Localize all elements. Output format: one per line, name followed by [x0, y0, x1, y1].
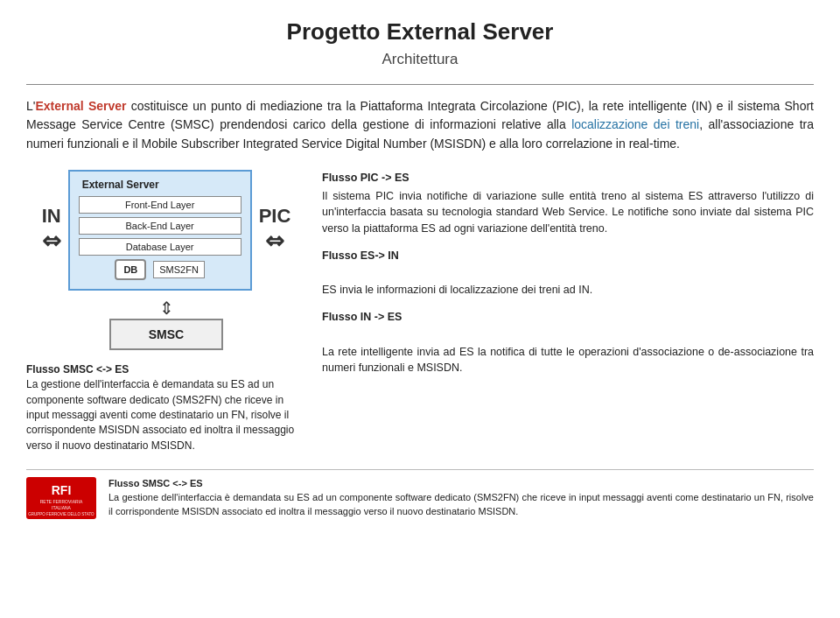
backend-layer: Back-End Layer	[79, 217, 242, 235]
svg-text:ITALIANA: ITALIANA	[52, 505, 72, 510]
content-area: IN ⇔ External Server Front-End Layer Bac…	[26, 170, 814, 453]
flusso-es-in-body: ES invia le informazioni di localizzazio…	[322, 284, 592, 296]
page-subtitle: Architettura	[26, 51, 814, 68]
svg-text:RFI: RFI	[52, 483, 72, 497]
in-arrow: ⇔	[38, 228, 65, 255]
footer-smsc-body: La gestione dell'interfaccia è demandata…	[108, 492, 814, 516]
footer-smsc-title: Flusso SMSC <-> ES	[108, 478, 203, 488]
sms2fn-box: SMS2FN	[153, 261, 205, 278]
flusso-smsc-body: La gestione dell'interfaccia è demandata…	[26, 378, 294, 452]
flusso-pic-es-body: Il sistema PIC invia notifiche di variaz…	[322, 190, 814, 235]
flusso-in-es-title: Flusso IN -> ES	[322, 309, 814, 326]
page-title: Progetto External Server	[26, 18, 814, 47]
svg-text:RETE FERROVIARIA: RETE FERROVIARIA	[40, 499, 83, 504]
smsc-box: SMSC	[109, 319, 223, 350]
rfi-logo: RFI RETE FERROVIARIA ITALIANA GRUPPO FER…	[26, 477, 96, 519]
title-divider	[26, 84, 814, 85]
in-label: IN	[38, 205, 65, 228]
es-box-title: External Server	[79, 177, 242, 193]
flusso-es-in-block: Flusso ES-> IN ES invia le informazioni …	[322, 248, 814, 298]
flusso-pic-es-title: Flusso PIC -> ES	[322, 170, 814, 186]
right-text-column: Flusso PIC -> ES Il sistema PIC invia no…	[322, 170, 814, 387]
flusso-smsc-title: Flusso SMSC <-> ES	[26, 363, 129, 376]
flusso-pic-es-block: Flusso PIC -> ES Il sistema PIC invia no…	[322, 170, 814, 237]
external-server-box: External Server Front-End Layer Back-End…	[68, 170, 252, 291]
footer-text: Flusso SMSC <-> ES La gestione dell'inte…	[108, 477, 814, 519]
svg-text:GRUPPO FERROVIE DELLO STATO: GRUPPO FERROVIE DELLO STATO	[28, 512, 94, 516]
flusso-in-es-block: Flusso IN -> ES La rete intelligente inv…	[322, 309, 814, 376]
footer-area: RFI RETE FERROVIARIA ITALIANA GRUPPO FER…	[26, 469, 814, 519]
diagram-wrapper: IN ⇔ External Server Front-End Layer Bac…	[26, 170, 306, 291]
pic-label: PIC	[256, 205, 295, 228]
intro-paragraph: L'External Server costituisce un punto d…	[26, 97, 814, 154]
db-sms-row: DB SMS2FN	[79, 259, 242, 280]
diagram-column: IN ⇔ External Server Front-End Layer Bac…	[26, 170, 306, 453]
flusso-smsc-section: Flusso SMSC <-> ES La gestione dell'inte…	[26, 362, 306, 453]
frontend-layer: Front-End Layer	[79, 196, 242, 214]
smsc-area: ⇕ SMSC	[26, 299, 306, 352]
database-layer: Database Layer	[79, 238, 242, 256]
flusso-es-in-title: Flusso ES-> IN	[322, 248, 814, 264]
pic-arrow: ⇔	[262, 228, 288, 255]
flusso-in-es-body: La rete intelligente invia ad ES la noti…	[322, 346, 814, 375]
vert-arrow-1: ⇕	[159, 299, 174, 317]
db-box: DB	[115, 259, 146, 280]
